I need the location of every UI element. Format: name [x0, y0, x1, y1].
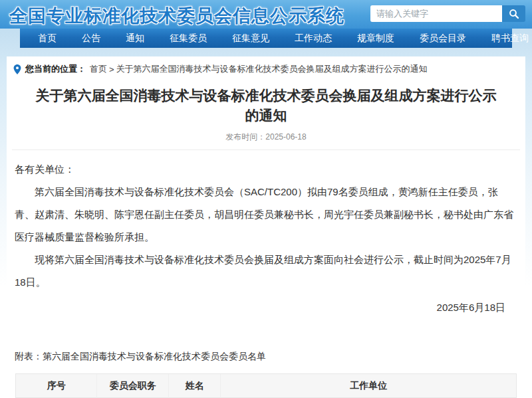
- location-pin-icon: [13, 64, 21, 74]
- publish-date: 发布时间：2025-06-18: [12, 132, 520, 150]
- sign-date: 2025年6月18日: [12, 296, 520, 319]
- nav-item-notices[interactable]: 通知: [113, 29, 157, 48]
- breadcrumb-separator: >: [109, 64, 114, 74]
- nav-item-recruit-members[interactable]: 征集委员: [157, 29, 219, 48]
- content-area: 您当前的位置： 首页 > 关于第六届全国消毒技术与设备标准化技术委员会换届及组成…: [7, 56, 525, 398]
- search-icon: [509, 9, 519, 19]
- col-header-position: 委员会职务: [97, 374, 169, 398]
- nav-item-home[interactable]: 首页: [25, 29, 69, 48]
- article-title: 关于第六届全国消毒技术与设备标准化技术委员会换届及组成方案进行公示的通知: [32, 86, 500, 126]
- nav-item-committee-directory[interactable]: 委员会目录: [407, 29, 479, 48]
- nav-item-certificate-query[interactable]: 聘书查询: [479, 29, 532, 48]
- col-header-name: 姓名: [169, 374, 221, 398]
- nav-item-announcements[interactable]: 公告: [69, 29, 113, 48]
- nav-item-work-updates[interactable]: 工作动态: [282, 29, 344, 48]
- search-bar: [370, 5, 525, 22]
- col-header-unit: 工作单位: [221, 374, 516, 398]
- search-button[interactable]: [502, 5, 525, 22]
- nav-item-solicit-opinions[interactable]: 征集意见: [219, 29, 282, 48]
- breadcrumb-label: 您当前的位置：: [25, 63, 86, 75]
- site-title: 全国专业标准化技术委员会信息公示系统: [9, 4, 344, 28]
- article-body: 各有关单位： 第六届全国消毒技术与设备标准化技术委员会（SAC/TC200）拟由…: [12, 150, 520, 294]
- paragraph-2: 现将第六届全国消毒技术与设备标准化技术委员会换届及组成方案面向社会进行公示，截止…: [15, 249, 517, 294]
- paragraph-1: 第六届全国消毒技术与设备标准化技术委员会（SAC/TC200）拟由79名委员组成…: [15, 181, 517, 249]
- attachment-caption: 附表：第六届全国消毒技术与设备标准化技术委员会委员名单: [12, 351, 520, 363]
- breadcrumb-current-link[interactable]: 关于第六届全国消毒技术与设备标准化技术委员会换届及组成方案进行公示的通知: [116, 63, 428, 75]
- nav-item-rules[interactable]: 规章制度: [344, 29, 407, 48]
- breadcrumb-home-link[interactable]: 首页: [90, 63, 107, 75]
- salutation: 各有关单位：: [15, 158, 517, 181]
- committee-table: 序号 委员会职务 姓名 工作单位 77委员谢昕浙江省医疗器械审评中心78委员朱倩…: [15, 373, 517, 398]
- table-header-row: 序号 委员会职务 姓名 工作单位: [16, 374, 516, 398]
- search-input[interactable]: [370, 5, 502, 22]
- breadcrumb: 您当前的位置： 首页 > 关于第六届全国消毒技术与设备标准化技术委员会换届及组成…: [12, 56, 520, 79]
- main-nav: 首页 公告 通知 征集委员 征集意见 工作动态 规章制度 委员会目录 聘书查询 …: [20, 29, 512, 48]
- col-header-no: 序号: [16, 374, 97, 398]
- top-banner: 全国专业标准化技术委员会信息公示系统: [0, 0, 532, 29]
